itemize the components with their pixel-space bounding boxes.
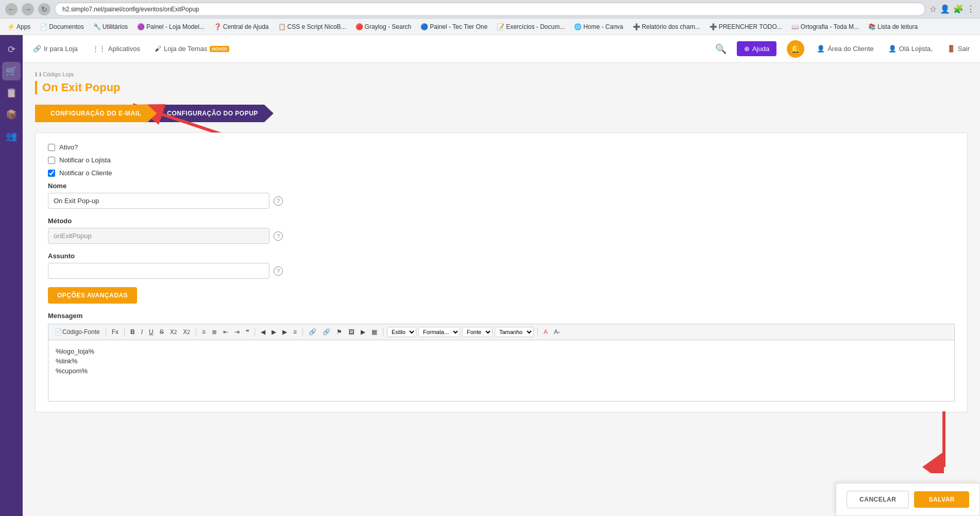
tab-popup[interactable]: CONFIGURAÇÃO DO POPUP	[146, 105, 274, 122]
toolbar-image[interactable]: 🖼	[346, 327, 357, 337]
bookmark-graylog[interactable]: 🔴 Graylog - Search	[352, 22, 415, 31]
toolbar-video[interactable]: ▶	[359, 327, 367, 337]
toolbar-align-justify[interactable]: ≡	[291, 327, 299, 337]
bookmark-ortografia-label: Ortografia - Toda M...	[801, 23, 859, 30]
extension-icon[interactable]: 🧩	[953, 4, 964, 14]
sidebar-icon-home[interactable]: ⟳	[2, 40, 21, 59]
bookmarks-bar: ⚡ Apps 📄 Documentos 🔧 Utilitários 🟣 Pain…	[0, 19, 980, 35]
editor-area[interactable]: %logo_loja% %link% %cupom%	[48, 340, 955, 402]
profile-icon[interactable]: 👤	[940, 4, 950, 14]
help-button[interactable]: ⊕ Ajuda	[737, 41, 776, 56]
bell-button[interactable]: 🔔	[787, 40, 804, 58]
tab-email-label: CONFIGURAÇÃO DO E-MAIL	[50, 110, 141, 117]
search-icon[interactable]: 🔍	[715, 43, 726, 55]
notificar-lojista-label[interactable]: Notificar o Lojista	[59, 156, 111, 164]
bookmark-tec-label: Painel - Tec Tier One	[430, 23, 487, 30]
tab-email[interactable]: CONFIGURAÇÃO DO E-MAIL	[35, 105, 157, 122]
sidebar: ⟳ 🛒 📋 📦 👥	[0, 35, 23, 516]
bookmark-painel[interactable]: 🟣 Painel - Loja Model...	[134, 22, 208, 31]
toolbar-italic[interactable]: I	[139, 327, 145, 337]
toolbar-quote[interactable]: ❝	[244, 327, 251, 337]
back-button[interactable]: ←	[5, 3, 18, 15]
toolbar-align-right[interactable]: ▶	[280, 327, 289, 337]
toolbar-sub[interactable]: X2	[168, 327, 179, 337]
nome-help-icon[interactable]: ?	[274, 196, 283, 206]
ativo-label[interactable]: Ativo?	[59, 143, 78, 151]
bookmark-central[interactable]: ❓ Central de Ajuda	[211, 22, 272, 31]
sidebar-icon-box[interactable]: 📦	[2, 105, 21, 124]
bookmark-canva-label: Home - Canva	[583, 23, 623, 30]
advanced-button[interactable]: OPÇÕES AVANÇADAS	[48, 287, 137, 304]
toolbar-size-select[interactable]: Tamanho	[495, 327, 534, 337]
cancel-button[interactable]: CANCELAR	[847, 491, 909, 508]
toolbar-unlink[interactable]: 🔗	[320, 327, 332, 337]
toolbar-flag[interactable]: ⚑	[334, 327, 344, 337]
ativo-checkbox[interactable]	[48, 144, 55, 151]
nav-loja-temas[interactable]: 🖌 Loja de Temas NOVO!	[153, 45, 231, 53]
notificar-cliente-label[interactable]: Notificar o Cliente	[59, 169, 112, 177]
bookmark-apps[interactable]: ⚡ Apps	[4, 22, 33, 31]
toolbar-strike[interactable]: S	[158, 327, 166, 337]
toolbar-sup[interactable]: X2	[181, 327, 192, 337]
toolbar-fx[interactable]: Fx	[110, 327, 121, 337]
nav-area-cliente[interactable]: 👤 Área do Cliente	[815, 45, 876, 53]
toolbar-table[interactable]: ▦	[369, 327, 379, 337]
sidebar-icon-users[interactable]: 👥	[2, 127, 21, 145]
save-button[interactable]: SALVAR	[914, 491, 969, 508]
notificar-lojista-checkbox[interactable]	[48, 157, 55, 164]
nav-aplicativos[interactable]: ⋮⋮ Aplicativos	[90, 45, 142, 53]
toolbar-underline[interactable]: U	[147, 327, 156, 337]
star-icon[interactable]: ☆	[930, 4, 937, 14]
toolbar-font-select[interactable]: Fonte	[462, 327, 493, 337]
toolbar-align-center[interactable]: ▶	[269, 327, 278, 337]
toolbar-codigo-fonte[interactable]: 📄 Código-Fonte	[53, 327, 102, 337]
bookmark-documentos[interactable]: 📄 Documentos	[37, 22, 87, 31]
metodo-help-icon[interactable]: ?	[274, 231, 283, 241]
form-group-metodo: Método ?	[48, 217, 955, 244]
toolbar-ol[interactable]: ≡	[200, 327, 208, 337]
nav-sair[interactable]: 🚪 Sair	[945, 45, 972, 53]
bookmark-preencher[interactable]: ➕ PREENCHER TODO...	[706, 22, 785, 31]
toolbar-ul[interactable]: ≣	[210, 327, 219, 337]
bookmark-ortografia[interactable]: 📖 Ortografia - Toda M...	[788, 22, 862, 31]
bookmark-exercicios[interactable]: 📝 Exercícios - Docum...	[494, 22, 568, 31]
bookmark-tec[interactable]: 🔵 Painel - Tec Tier One	[417, 22, 491, 31]
toolbar-link[interactable]: 🔗	[307, 327, 318, 337]
toolbar-indent[interactable]: ⇥	[232, 327, 242, 337]
nav-ola-lojista[interactable]: 👤 Olá Lojista,	[886, 45, 935, 53]
nome-input[interactable]	[48, 193, 269, 209]
tab-popup-label: CONFIGURAÇÃO DO POPUP	[167, 110, 258, 117]
toolbar-style-select[interactable]: Estilo	[387, 327, 416, 337]
toolbar-bold[interactable]: B	[128, 327, 137, 337]
nav-ir-label: Ir para Loja	[44, 45, 78, 53]
bell-icon: 🔔	[790, 44, 801, 54]
sidebar-icon-orders[interactable]: 📋	[2, 84, 21, 102]
toolbar-align-left[interactable]: ◀	[259, 327, 267, 337]
bookmark-css[interactable]: 📋 CSS e Script NicoB...	[275, 22, 349, 31]
bookmark-utilitarios[interactable]: 🔧 Utilitários	[90, 22, 131, 31]
toolbar-font-color[interactable]: A	[542, 327, 550, 337]
canva-icon: 🌐	[574, 23, 582, 30]
bookmark-lista[interactable]: 📚 Lista de leitura	[865, 22, 921, 31]
menu-icon[interactable]: ⋮	[967, 4, 975, 14]
codigo-loja: ℹ ℹ Código Loja:	[35, 71, 968, 78]
sidebar-icon-store[interactable]: 🛒	[2, 62, 21, 80]
nav-ir-para-loja[interactable]: 🔗 Ir para Loja	[31, 45, 80, 53]
assunto-input[interactable]	[48, 263, 269, 279]
reload-button[interactable]: ↻	[38, 3, 50, 15]
bookmark-relatorio[interactable]: ➕ Relatório dos cham...	[630, 22, 703, 31]
nav-area-label: Área do Cliente	[827, 45, 874, 53]
bookmark-canva[interactable]: 🌐 Home - Canva	[571, 22, 626, 31]
app-layout: ⟳ 🛒 📋 📦 👥 🔗 Ir para Loja ⋮⋮ Aplicativos …	[0, 35, 980, 516]
notificar-cliente-checkbox[interactable]	[48, 170, 55, 177]
toolbar-outdent[interactable]: ⇤	[221, 327, 230, 337]
grid-icon: ⋮⋮	[92, 45, 106, 53]
address-bar[interactable]: h2.simplo7.net/painel/config/eventos/onE…	[55, 3, 925, 16]
bookmark-css-label: CSS e Script NicoB...	[288, 23, 346, 30]
code-icon: 📄	[55, 328, 62, 336]
assunto-help-icon[interactable]: ?	[274, 267, 283, 276]
nav-loja-label: Loja de Temas	[164, 45, 207, 53]
toolbar-bg-color[interactable]: A-	[552, 327, 562, 337]
toolbar-format-select[interactable]: Formata...	[418, 327, 460, 337]
forward-button[interactable]: →	[22, 3, 34, 15]
